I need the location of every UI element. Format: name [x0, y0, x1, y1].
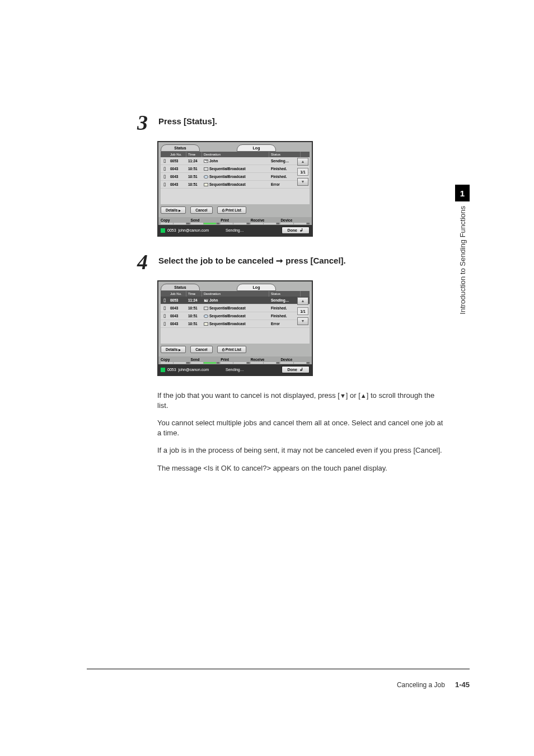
table-row[interactable]: ▯ 0053 11:24 John Sending…	[161, 297, 310, 304]
cancel-button[interactable]: Cancel	[190, 206, 212, 214]
doc-icon: ▯	[161, 166, 168, 172]
job-list: ▯ 0053 11:24 John Sending… ▯ 0043 10:51 …	[161, 297, 310, 344]
globe-icon	[204, 175, 208, 179]
paragraph-confirm-message: The message <Is it OK to cancel?> appear…	[157, 463, 447, 473]
table-row[interactable]: ▯ 0043 10:51 SequentialBroadcast Error	[161, 320, 310, 328]
doc-icon: ▯	[161, 173, 168, 180]
up-triangle-icon: ▲	[360, 392, 367, 399]
printer-icon: ⎙	[222, 208, 224, 212]
box-icon	[204, 183, 208, 186]
down-triangle-icon: ▼	[340, 392, 346, 399]
status-state: Sending…	[209, 368, 281, 372]
figure-status-screen-1: Status Log Job No. Time Destination Stat…	[157, 141, 447, 237]
paragraph-scroll-hint: If the job that you want to cancel is no…	[157, 391, 447, 410]
doc-icon: ▯	[161, 297, 168, 303]
print-list-button[interactable]: ⎙Print List	[217, 346, 246, 353]
chapter-title: Introduction to Sending Functions	[458, 203, 467, 318]
table-row[interactable]: ▯ 0053 11:24 John Sending…	[161, 157, 310, 165]
scroll-down-button[interactable]: ▼	[297, 178, 308, 186]
step-text: Press [Status].	[158, 112, 217, 126]
tab-copy[interactable]: Copy	[161, 217, 190, 225]
doc-icon: ▯	[161, 305, 168, 311]
list-header: Job No. Time Destination Status	[161, 152, 310, 157]
envelope-icon	[204, 159, 208, 163]
header-jobno: Job No.	[168, 152, 186, 157]
table-row[interactable]: ▯ 0043 10:51 SequentialBroadcast Error	[161, 181, 310, 189]
header-time: Time	[186, 152, 202, 157]
figure-status-screen-2: Status Log Job No. Time Destination Stat…	[157, 280, 447, 376]
status-indicator-icon	[161, 368, 165, 372]
status-bar: 0053 john@canon.com Sending… Done↲	[158, 364, 312, 375]
tab-send[interactable]: Send	[191, 356, 220, 364]
page-indicator: 1/1	[297, 168, 308, 176]
done-button[interactable]: Done↲	[282, 366, 310, 373]
tab-status[interactable]: Status	[161, 284, 200, 291]
tab-device[interactable]: Device	[280, 217, 310, 225]
chapter-number: 1	[455, 185, 470, 201]
tab-print[interactable]: Print	[221, 217, 250, 225]
chevron-right-icon: ▶	[179, 348, 181, 351]
tab-status[interactable]: Status	[161, 144, 200, 152]
chevron-right-icon: ▶	[179, 209, 181, 212]
doc-icon: ▯	[161, 158, 168, 164]
page-footer: Canceling a Job 1-45	[87, 669, 470, 689]
tab-log[interactable]: Log	[237, 284, 276, 291]
return-icon: ↲	[299, 228, 303, 233]
cancel-button[interactable]: Cancel	[190, 346, 212, 353]
doc-icon: ▯	[161, 313, 168, 319]
globe-icon	[204, 314, 208, 318]
step-text: Select the job to be canceled ➞ press [C…	[158, 251, 346, 266]
box-icon	[204, 322, 208, 326]
list-header: Job No. Time Destination Status	[161, 291, 310, 297]
scroll-up-button[interactable]: ▲	[297, 158, 308, 166]
tab-receive[interactable]: Receive	[251, 356, 280, 364]
doc-icon: ▯	[161, 321, 168, 327]
envelope-icon	[204, 299, 208, 302]
header-status: Status	[269, 152, 301, 157]
header-destination: Destination	[202, 152, 269, 157]
return-icon: ↲	[299, 367, 303, 372]
fax-icon	[204, 167, 208, 171]
chapter-side-tab: 1 Introduction to Sending Functions	[455, 185, 470, 318]
details-button[interactable]: Details▶	[161, 206, 186, 214]
page-indicator: 1/1	[297, 307, 308, 315]
table-row[interactable]: ▯ 0043 10:51 SequentialBroadcast Finishe…	[161, 165, 310, 173]
paragraph-in-progress: If a job is in the process of being sent…	[157, 445, 447, 456]
step-3: 3 Press [Status].	[137, 112, 447, 133]
scroll-up-button[interactable]: ▲	[297, 297, 308, 305]
tab-print[interactable]: Print	[221, 356, 250, 364]
tab-send[interactable]: Send	[191, 217, 220, 225]
printer-icon: ⎙	[222, 348, 224, 351]
arrow-right-icon: ➞	[276, 256, 283, 265]
step-number: 3	[137, 112, 151, 133]
tab-copy[interactable]: Copy	[161, 356, 190, 364]
tab-device[interactable]: Device	[280, 356, 310, 364]
paragraph-single-select: You cannot select multiple jobs and canc…	[157, 418, 447, 438]
status-bar: 0053 john@canon.com Sending… Done↲	[158, 225, 312, 236]
fax-icon	[204, 307, 208, 310]
tab-log[interactable]: Log	[237, 144, 276, 152]
step-4: 4 Select the job to be canceled ➞ press …	[137, 251, 447, 273]
table-row[interactable]: ▯ 0043 10:51 SequentialBroadcast Finishe…	[161, 312, 310, 320]
footer-title: Canceling a Job	[397, 681, 445, 689]
table-row[interactable]: ▯ 0043 10:51 SequentialBroadcast Finishe…	[161, 304, 310, 312]
job-list: ▯ 0053 11:24 John Sending… ▯ 0043 10:51 …	[161, 157, 310, 204]
scroll-down-button[interactable]: ▼	[297, 317, 308, 325]
print-list-button[interactable]: ⎙Print List	[217, 206, 246, 214]
footer-page-number: 1-45	[455, 680, 470, 689]
tab-receive[interactable]: Receive	[251, 217, 280, 225]
details-button[interactable]: Details▶	[161, 346, 186, 353]
doc-icon: ▯	[161, 181, 168, 187]
status-indicator-icon	[161, 228, 165, 233]
done-button[interactable]: Done↲	[282, 227, 310, 234]
step-number: 4	[137, 251, 151, 273]
status-state: Sending…	[209, 228, 281, 232]
table-row[interactable]: ▯ 0043 10:51 SequentialBroadcast Finishe…	[161, 173, 310, 181]
